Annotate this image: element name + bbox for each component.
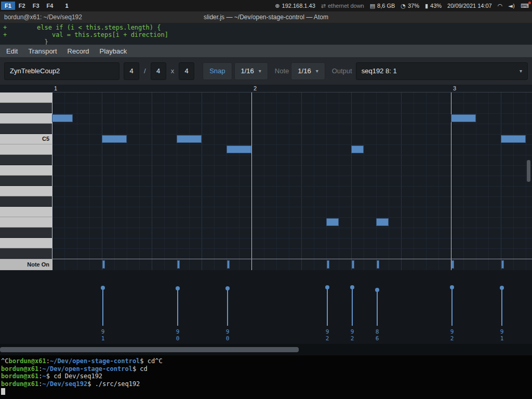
chevron-down-icon: ▾ [520, 68, 522, 74]
snap-size-value: 1/16 [241, 67, 254, 75]
velocity-stem[interactable] [377, 290, 378, 326]
velocity-stem[interactable] [501, 288, 502, 326]
note-on-tick[interactable] [352, 260, 354, 269]
grid-row-line [52, 217, 532, 218]
horizontal-scrollbar[interactable] [0, 344, 532, 355]
beats-per-measure-input[interactable]: 4 [124, 62, 139, 80]
piano-key-cs5[interactable] [0, 124, 52, 134]
grid-line [513, 92, 514, 270]
velocity-stem[interactable] [451, 287, 453, 326]
piano-key-fs4[interactable] [0, 196, 52, 207]
piano-key-cs4[interactable] [0, 248, 52, 259]
grid-line [164, 92, 165, 270]
volume-icon[interactable]: ◄) [508, 3, 515, 9]
grid-line [239, 92, 240, 270]
piano-key-g4[interactable] [0, 186, 52, 196]
note-on-tick[interactable] [451, 260, 454, 269]
velocity-stem[interactable] [327, 287, 328, 326]
note-on-tick[interactable] [327, 260, 329, 269]
terminal-window[interactable]: ^Cbordun@x61:~/Dev/open-stage-control$ c… [0, 355, 532, 399]
velocity-stem[interactable] [177, 288, 178, 326]
note-on-tick[interactable] [377, 260, 379, 269]
horizontal-scrollbar-thumb[interactable] [0, 347, 299, 352]
midi-note[interactable] [451, 114, 476, 122]
terminal-text: bordun@x61 [1, 365, 38, 373]
piano-key-ds4[interactable] [0, 228, 52, 238]
snap-size-select[interactable]: 1/16 ▾ [234, 62, 268, 80]
piano-key-ds5[interactable] [0, 103, 52, 113]
piano-key-c5[interactable]: C5 [0, 134, 52, 144]
velocity-handle[interactable] [225, 286, 230, 290]
piano-key-d4[interactable] [0, 238, 52, 248]
atom-editor-view[interactable]: + else if (i < this.steps.length) {+ val… [0, 23, 532, 45]
grid-row-line [52, 124, 532, 124]
piano-roll: 123 C5 Note On [0, 85, 532, 270]
midi-note[interactable] [351, 145, 364, 153]
menu-playback[interactable]: Playback [94, 46, 132, 57]
velocity-handle[interactable] [176, 286, 180, 290]
velocity-handle[interactable] [350, 285, 354, 289]
workspace-tab-f2[interactable]: F2 [15, 2, 29, 10]
note-on-tick[interactable] [177, 260, 180, 269]
note-length-value: 1/16 [298, 67, 311, 75]
menu-record[interactable]: Record [62, 46, 95, 57]
velocity-stem[interactable] [102, 288, 103, 326]
workspace-tab-f4[interactable]: F4 [43, 2, 57, 10]
midi-note[interactable] [52, 114, 73, 122]
note-grid[interactable] [52, 92, 532, 270]
velocity-handle[interactable] [375, 288, 379, 292]
piano-key-e4[interactable] [0, 217, 52, 228]
ip-text: 192.168.1.43 [282, 3, 315, 9]
measures-input[interactable]: 4 [179, 62, 194, 80]
grid-line [114, 92, 115, 270]
beat-width-input[interactable]: 4 [151, 62, 166, 80]
wifi-icon[interactable]: ◠ [498, 3, 503, 9]
velocity-handle[interactable] [325, 285, 329, 289]
grid-line [314, 92, 314, 270]
midi-note[interactable] [501, 135, 526, 143]
note-length-select[interactable]: 1/16 ▾ [291, 62, 325, 80]
note-on-tick[interactable] [227, 260, 230, 269]
midi-note[interactable] [227, 145, 251, 153]
midi-note[interactable] [102, 135, 127, 143]
keyboard-layout-icon[interactable]: ⌨ [521, 3, 529, 9]
vertical-scrollbar-thumb[interactable] [527, 160, 530, 182]
piano-key-as4[interactable] [0, 155, 52, 165]
piano-key-b4[interactable] [0, 144, 52, 155]
terminal-text: : [46, 357, 50, 365]
menu-edit[interactable]: Edit [1, 46, 23, 57]
measure-number: 3 [453, 85, 456, 91]
piano-key-f4[interactable] [0, 207, 52, 217]
timeline-ruler[interactable]: 123 [52, 85, 532, 92]
sequence-name-input[interactable]: ZynTrebleCoup2 [4, 62, 119, 80]
midi-note[interactable] [177, 135, 202, 143]
midi-note[interactable] [376, 218, 389, 226]
terminal-cursor-line [1, 388, 531, 395]
note-on-tick[interactable] [501, 260, 504, 269]
grid-line [301, 92, 302, 270]
grid-row-line [52, 113, 532, 114]
grid-row-line [52, 248, 532, 249]
memory-text: 8,6 GB [377, 3, 395, 9]
midi-note[interactable] [326, 218, 339, 226]
velocity-stem[interactable] [352, 287, 353, 326]
velocity-pane[interactable]: 9 19 09 09 29 28 69 29 1 [0, 270, 532, 344]
grid-line [351, 92, 352, 270]
note-on-tick[interactable] [102, 260, 105, 269]
workspace-tab-f1[interactable]: F1 [1, 2, 15, 10]
snap-toggle-button[interactable]: Snap [203, 62, 232, 80]
terminal-text: ~/Dev/seq192 [42, 380, 87, 388]
piano-key-a4[interactable] [0, 165, 52, 176]
velocity-handle[interactable] [101, 286, 105, 290]
velocity-stem[interactable] [227, 288, 228, 326]
menu-transport[interactable]: Transport [23, 46, 62, 57]
velocity-handle[interactable] [450, 285, 454, 289]
piano-key-e5[interactable] [0, 92, 52, 103]
velocity-handle[interactable] [500, 286, 504, 290]
output-select[interactable]: seq192 8: 1 ▾ [356, 62, 528, 80]
velocity-value: 9 1 [498, 328, 506, 342]
workspace-tab-f3[interactable]: F3 [29, 2, 43, 10]
piano-key-gs4[interactable] [0, 176, 52, 186]
piano-key-d5[interactable] [0, 113, 52, 124]
code-line: + else if (i < this.steps.length) { [3, 24, 532, 31]
